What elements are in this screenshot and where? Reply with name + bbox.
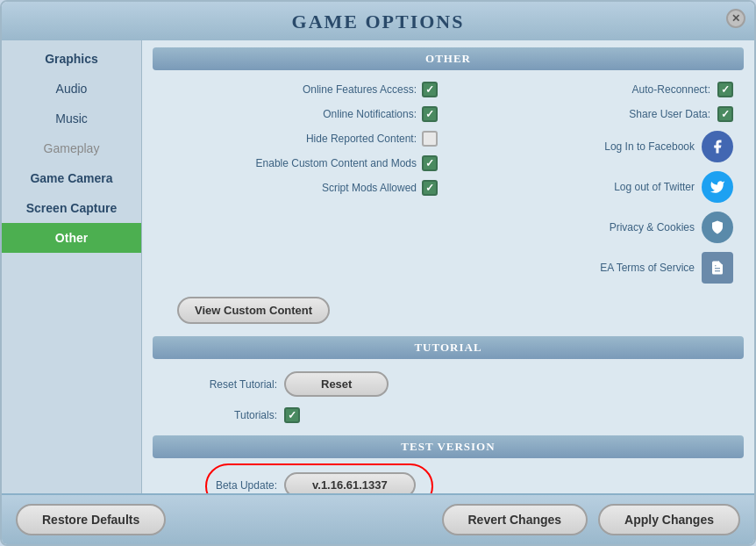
share-user-data-checkbox[interactable] (717, 106, 733, 122)
sidebar-item-audio[interactable]: Audio (2, 74, 141, 104)
options-area: Online Features Access: Online Notificat… (153, 77, 744, 288)
sidebar-item-music[interactable]: Music (2, 104, 141, 133)
facebook-label: Log In to Facebook (604, 140, 695, 153)
online-features-row: Online Features Access: (153, 77, 448, 102)
facebook-row: Log In to Facebook (448, 126, 744, 167)
auto-reconnect-checkbox[interactable] (717, 82, 733, 97)
options-right-col: Auto-Reconnect: Share User Data: Log In … (448, 77, 744, 288)
apply-changes-button[interactable]: Apply Changes (598, 504, 740, 535)
title-bar: Game Options ✕ (2, 2, 754, 40)
privacy-cookies-row: Privacy & Cookies (448, 207, 744, 248)
twitter-button[interactable] (702, 171, 733, 203)
auto-reconnect-row: Auto-Reconnect: (448, 77, 744, 102)
reset-button[interactable]: Reset (284, 371, 389, 397)
custom-content-checkbox[interactable] (422, 155, 438, 171)
tutorial-section-header: Tutorial (153, 336, 744, 359)
tutorials-label: Tutorials: (163, 409, 277, 421)
script-mods-label: Script Mods Allowed (322, 182, 417, 194)
test-version-section: Test Version Beta Update: v.1.16.61.1337 (153, 435, 744, 493)
beta-update-label: Beta Update: (163, 479, 277, 492)
hide-reported-label: Hide Reported Content: (306, 133, 417, 145)
bottom-right-buttons: Revert Changes Apply Changes (442, 504, 741, 535)
restore-defaults-button[interactable]: Restore Defaults (16, 504, 166, 535)
online-features-label: Online Features Access: (303, 83, 417, 96)
tutorials-row: Tutorials: (153, 402, 744, 428)
options-left-col: Online Features Access: Online Notificat… (153, 77, 448, 288)
share-user-data-label: Share User Data: (629, 108, 710, 120)
game-options-window: Game Options ✕ Graphics Audio Music Game… (0, 0, 756, 546)
close-button[interactable]: ✕ (726, 9, 745, 28)
online-features-checkbox[interactable] (422, 82, 438, 97)
share-user-data-row: Share User Data: (448, 102, 744, 126)
bottom-bar: Restore Defaults Revert Changes Apply Ch… (2, 493, 754, 544)
beta-update-row: Beta Update: v.1.16.61.1337 (153, 465, 744, 493)
sidebar: Graphics Audio Music Gameplay Game Camer… (2, 40, 142, 493)
custom-content-label: Enable Custom Content and Mods (256, 157, 417, 169)
view-custom-content-button[interactable]: View Custom Content (177, 297, 330, 324)
script-mods-checkbox[interactable] (422, 180, 438, 196)
auto-reconnect-label: Auto-Reconnect: (632, 83, 710, 96)
version-button[interactable]: v.1.16.61.1337 (284, 472, 416, 493)
sidebar-item-gameplay[interactable]: Gameplay (2, 133, 141, 163)
view-custom-content-area: View Custom Content (153, 293, 744, 333)
reset-tutorial-row: Reset Tutorial: Reset (153, 366, 744, 402)
tutorials-checkbox[interactable] (284, 407, 300, 423)
hide-reported-checkbox[interactable] (422, 131, 438, 147)
tos-label: EA Terms of Service (600, 262, 695, 274)
privacy-button[interactable] (702, 212, 733, 243)
custom-content-row: Enable Custom Content and Mods (153, 151, 448, 176)
revert-changes-button[interactable]: Revert Changes (442, 504, 588, 535)
sidebar-item-graphics[interactable]: Graphics (2, 44, 141, 74)
online-notifications-label: Online Notifications: (323, 108, 417, 120)
window-title: Game Options (2, 11, 754, 33)
tos-button[interactable] (702, 252, 733, 284)
test-version-header: Test Version (153, 435, 744, 458)
tos-row: EA Terms of Service (448, 248, 744, 288)
script-mods-row: Script Mods Allowed (153, 176, 448, 200)
online-notifications-row: Online Notifications: (153, 102, 448, 126)
sidebar-item-game-camera[interactable]: Game Camera (2, 163, 141, 193)
twitter-row: Log out of Twitter (448, 167, 744, 207)
right-panel: Other Online Features Access: Online Not… (142, 40, 754, 493)
main-content: Graphics Audio Music Gameplay Game Camer… (2, 40, 754, 493)
sidebar-item-screen-capture[interactable]: Screen Capture (2, 193, 141, 223)
hide-reported-row: Hide Reported Content: (153, 126, 448, 151)
tutorial-section: Tutorial Reset Tutorial: Reset Tutorials… (153, 336, 744, 428)
reset-tutorial-label: Reset Tutorial: (163, 378, 277, 391)
sidebar-item-other[interactable]: Other (2, 223, 141, 253)
facebook-button[interactable] (702, 131, 733, 162)
other-section-header: Other (153, 47, 744, 70)
twitter-label: Log out of Twitter (614, 181, 695, 193)
privacy-cookies-label: Privacy & Cookies (610, 221, 695, 233)
online-notifications-checkbox[interactable] (422, 106, 438, 122)
